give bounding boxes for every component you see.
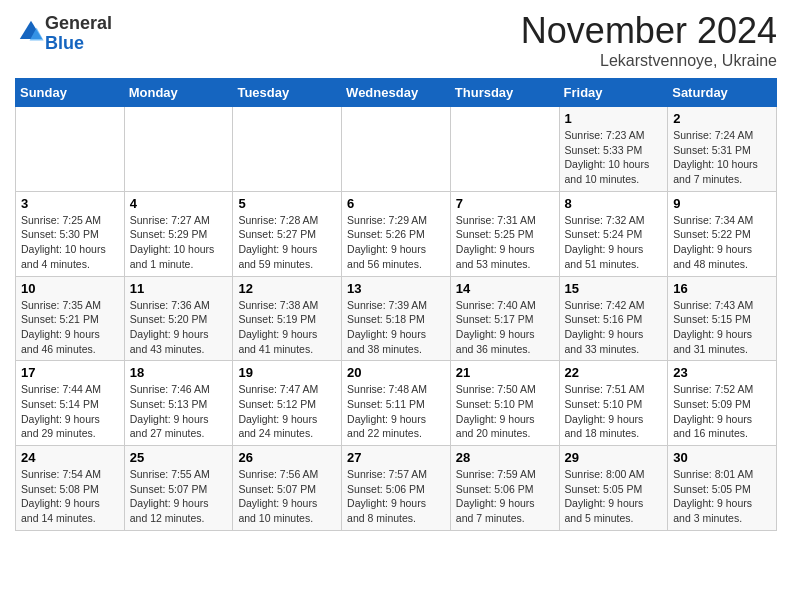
- month-title: November 2024: [521, 10, 777, 52]
- day-number: 2: [673, 111, 771, 126]
- weekday-header-friday: Friday: [559, 79, 668, 107]
- logo: General Blue: [15, 14, 112, 54]
- day-info: Sunrise: 7:29 AMSunset: 5:26 PMDaylight:…: [347, 213, 445, 272]
- weekday-header-monday: Monday: [124, 79, 233, 107]
- calendar-cell: [233, 107, 342, 192]
- day-number: 26: [238, 450, 336, 465]
- day-info: Sunrise: 7:32 AMSunset: 5:24 PMDaylight:…: [565, 213, 663, 272]
- day-number: 5: [238, 196, 336, 211]
- calendar-cell: 1Sunrise: 7:23 AMSunset: 5:33 PMDaylight…: [559, 107, 668, 192]
- day-number: 24: [21, 450, 119, 465]
- calendar-cell: 18Sunrise: 7:46 AMSunset: 5:13 PMDayligh…: [124, 361, 233, 446]
- day-number: 6: [347, 196, 445, 211]
- calendar-cell: [342, 107, 451, 192]
- logo-icon: [17, 18, 45, 46]
- day-number: 23: [673, 365, 771, 380]
- calendar-cell: 6Sunrise: 7:29 AMSunset: 5:26 PMDaylight…: [342, 191, 451, 276]
- day-info: Sunrise: 7:42 AMSunset: 5:16 PMDaylight:…: [565, 298, 663, 357]
- day-info: Sunrise: 7:36 AMSunset: 5:20 PMDaylight:…: [130, 298, 228, 357]
- day-info: Sunrise: 7:54 AMSunset: 5:08 PMDaylight:…: [21, 467, 119, 526]
- day-number: 3: [21, 196, 119, 211]
- day-info: Sunrise: 7:31 AMSunset: 5:25 PMDaylight:…: [456, 213, 554, 272]
- calendar-week-4: 17Sunrise: 7:44 AMSunset: 5:14 PMDayligh…: [16, 361, 777, 446]
- calendar-cell: 2Sunrise: 7:24 AMSunset: 5:31 PMDaylight…: [668, 107, 777, 192]
- calendar-week-3: 10Sunrise: 7:35 AMSunset: 5:21 PMDayligh…: [16, 276, 777, 361]
- day-number: 21: [456, 365, 554, 380]
- calendar-cell: 27Sunrise: 7:57 AMSunset: 5:06 PMDayligh…: [342, 446, 451, 531]
- day-number: 30: [673, 450, 771, 465]
- day-info: Sunrise: 7:57 AMSunset: 5:06 PMDaylight:…: [347, 467, 445, 526]
- calendar-cell: 26Sunrise: 7:56 AMSunset: 5:07 PMDayligh…: [233, 446, 342, 531]
- day-info: Sunrise: 7:25 AMSunset: 5:30 PMDaylight:…: [21, 213, 119, 272]
- calendar-cell: 20Sunrise: 7:48 AMSunset: 5:11 PMDayligh…: [342, 361, 451, 446]
- page-header: General Blue November 2024 Lekarstvennoy…: [15, 10, 777, 70]
- day-info: Sunrise: 7:40 AMSunset: 5:17 PMDaylight:…: [456, 298, 554, 357]
- calendar-cell: [124, 107, 233, 192]
- calendar-cell: 29Sunrise: 8:00 AMSunset: 5:05 PMDayligh…: [559, 446, 668, 531]
- calendar-week-2: 3Sunrise: 7:25 AMSunset: 5:30 PMDaylight…: [16, 191, 777, 276]
- calendar-cell: 12Sunrise: 7:38 AMSunset: 5:19 PMDayligh…: [233, 276, 342, 361]
- calendar-cell: [450, 107, 559, 192]
- weekday-header-wednesday: Wednesday: [342, 79, 451, 107]
- day-number: 9: [673, 196, 771, 211]
- day-info: Sunrise: 7:48 AMSunset: 5:11 PMDaylight:…: [347, 382, 445, 441]
- day-info: Sunrise: 7:34 AMSunset: 5:22 PMDaylight:…: [673, 213, 771, 272]
- day-number: 4: [130, 196, 228, 211]
- day-info: Sunrise: 7:43 AMSunset: 5:15 PMDaylight:…: [673, 298, 771, 357]
- calendar-cell: 22Sunrise: 7:51 AMSunset: 5:10 PMDayligh…: [559, 361, 668, 446]
- calendar-cell: 23Sunrise: 7:52 AMSunset: 5:09 PMDayligh…: [668, 361, 777, 446]
- day-info: Sunrise: 7:38 AMSunset: 5:19 PMDaylight:…: [238, 298, 336, 357]
- day-info: Sunrise: 7:59 AMSunset: 5:06 PMDaylight:…: [456, 467, 554, 526]
- calendar-cell: 9Sunrise: 7:34 AMSunset: 5:22 PMDaylight…: [668, 191, 777, 276]
- calendar-week-1: 1Sunrise: 7:23 AMSunset: 5:33 PMDaylight…: [16, 107, 777, 192]
- day-info: Sunrise: 7:24 AMSunset: 5:31 PMDaylight:…: [673, 128, 771, 187]
- calendar-cell: [16, 107, 125, 192]
- day-number: 18: [130, 365, 228, 380]
- title-block: November 2024 Lekarstvennoye, Ukraine: [521, 10, 777, 70]
- day-number: 7: [456, 196, 554, 211]
- calendar-cell: 7Sunrise: 7:31 AMSunset: 5:25 PMDaylight…: [450, 191, 559, 276]
- day-info: Sunrise: 7:44 AMSunset: 5:14 PMDaylight:…: [21, 382, 119, 441]
- weekday-header-tuesday: Tuesday: [233, 79, 342, 107]
- day-info: Sunrise: 7:51 AMSunset: 5:10 PMDaylight:…: [565, 382, 663, 441]
- location-subtitle: Lekarstvennoye, Ukraine: [521, 52, 777, 70]
- calendar-cell: 16Sunrise: 7:43 AMSunset: 5:15 PMDayligh…: [668, 276, 777, 361]
- day-info: Sunrise: 7:46 AMSunset: 5:13 PMDaylight:…: [130, 382, 228, 441]
- day-info: Sunrise: 7:47 AMSunset: 5:12 PMDaylight:…: [238, 382, 336, 441]
- day-number: 28: [456, 450, 554, 465]
- day-number: 13: [347, 281, 445, 296]
- day-number: 25: [130, 450, 228, 465]
- calendar-cell: 10Sunrise: 7:35 AMSunset: 5:21 PMDayligh…: [16, 276, 125, 361]
- weekday-header-row: SundayMondayTuesdayWednesdayThursdayFrid…: [16, 79, 777, 107]
- day-number: 29: [565, 450, 663, 465]
- day-info: Sunrise: 7:39 AMSunset: 5:18 PMDaylight:…: [347, 298, 445, 357]
- calendar-cell: 3Sunrise: 7:25 AMSunset: 5:30 PMDaylight…: [16, 191, 125, 276]
- day-info: Sunrise: 7:56 AMSunset: 5:07 PMDaylight:…: [238, 467, 336, 526]
- day-number: 10: [21, 281, 119, 296]
- day-info: Sunrise: 7:35 AMSunset: 5:21 PMDaylight:…: [21, 298, 119, 357]
- calendar-cell: 19Sunrise: 7:47 AMSunset: 5:12 PMDayligh…: [233, 361, 342, 446]
- calendar-body: 1Sunrise: 7:23 AMSunset: 5:33 PMDaylight…: [16, 107, 777, 531]
- weekday-header-thursday: Thursday: [450, 79, 559, 107]
- day-number: 8: [565, 196, 663, 211]
- day-info: Sunrise: 7:50 AMSunset: 5:10 PMDaylight:…: [456, 382, 554, 441]
- day-info: Sunrise: 7:23 AMSunset: 5:33 PMDaylight:…: [565, 128, 663, 187]
- calendar-week-5: 24Sunrise: 7:54 AMSunset: 5:08 PMDayligh…: [16, 446, 777, 531]
- logo-text: General Blue: [45, 14, 112, 54]
- day-info: Sunrise: 8:01 AMSunset: 5:05 PMDaylight:…: [673, 467, 771, 526]
- day-number: 22: [565, 365, 663, 380]
- calendar-cell: 15Sunrise: 7:42 AMSunset: 5:16 PMDayligh…: [559, 276, 668, 361]
- day-number: 17: [21, 365, 119, 380]
- day-number: 14: [456, 281, 554, 296]
- weekday-header-saturday: Saturday: [668, 79, 777, 107]
- calendar-cell: 14Sunrise: 7:40 AMSunset: 5:17 PMDayligh…: [450, 276, 559, 361]
- day-number: 19: [238, 365, 336, 380]
- day-number: 16: [673, 281, 771, 296]
- calendar-cell: 21Sunrise: 7:50 AMSunset: 5:10 PMDayligh…: [450, 361, 559, 446]
- day-number: 15: [565, 281, 663, 296]
- day-info: Sunrise: 8:00 AMSunset: 5:05 PMDaylight:…: [565, 467, 663, 526]
- calendar-cell: 24Sunrise: 7:54 AMSunset: 5:08 PMDayligh…: [16, 446, 125, 531]
- day-number: 20: [347, 365, 445, 380]
- calendar-cell: 13Sunrise: 7:39 AMSunset: 5:18 PMDayligh…: [342, 276, 451, 361]
- calendar-table: SundayMondayTuesdayWednesdayThursdayFrid…: [15, 78, 777, 531]
